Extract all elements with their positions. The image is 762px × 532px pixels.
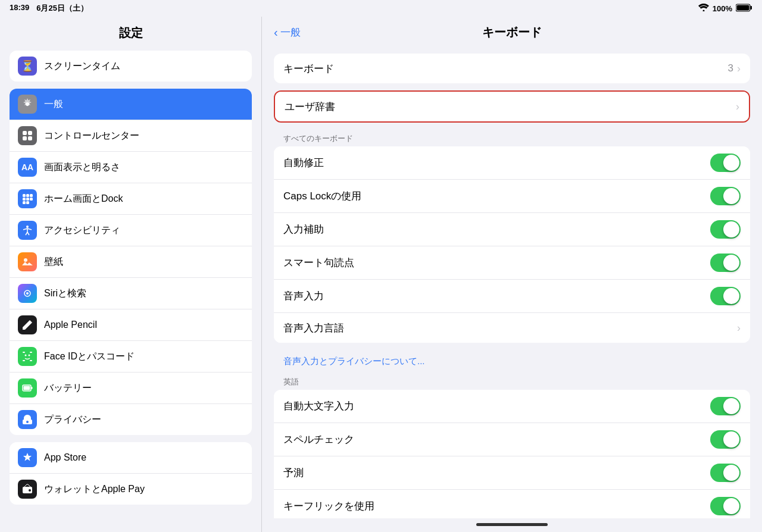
spell-check-label: スペルチェック [283,433,354,446]
sidebar-item-accessibility[interactable]: アクセシビリティ [10,215,252,246]
sidebar-title: 設定 [0,17,261,47]
svg-rect-6 [28,131,32,135]
prediction-toggle[interactable] [710,464,741,482]
sidebar-item-display[interactable]: AA 画面表示と明るさ [10,152,252,183]
face-id-icon [18,347,37,366]
auto-correct-toggle[interactable] [710,154,741,172]
voice-input-toggle[interactable] [710,287,741,305]
auto-correct-label: 自動修正 [283,156,324,170]
sidebar-item-general[interactable]: 一般 [10,89,252,120]
settings-group-keyboard: キーボード 3 › [274,54,750,83]
auto-capitalize-toggle[interactable] [710,397,741,415]
svg-rect-15 [23,201,26,204]
settings-row-keyboard[interactable]: キーボード 3 › [274,54,750,83]
settings-row-auto-capitalize[interactable]: 自動大文字入力 [274,390,750,423]
settings-row-user-dict[interactable]: ユーザ辞書 › [275,92,749,121]
voice-privacy-link[interactable]: 音声入力とプライバシーについて... [274,350,750,373]
sidebar-item-label: バッテリー [44,382,92,395]
settings-row-voice-input[interactable]: 音声入力 [274,280,750,313]
svg-rect-29 [24,386,30,390]
settings-group-all-keyboards: 自動修正 Caps Lockの使用 入力補助 [274,146,750,343]
voice-input-lang-label: 音声入力言語 [283,321,344,335]
content-header: ‹ 一般 キーボード [262,17,762,48]
svg-rect-3 [737,5,749,10]
sidebar-item-screen-time[interactable]: ⏳ スクリーンタイム [10,51,252,82]
scroll-indicator [262,518,762,532]
toggle-knob [723,255,739,271]
settings-group-user-dict: ユーザ辞書 › [274,90,750,123]
settings-row-input-assist[interactable]: 入力補助 [274,213,750,246]
voice-input-label: 音声入力 [283,289,324,303]
sidebar-group-2: 一般 コントロールセンター AA 画面表示と明るさ [10,89,252,435]
caps-lock-toggle[interactable] [710,187,741,205]
settings-row-key-flick[interactable]: キーフリックを使用 [274,490,750,518]
input-assist-label: 入力補助 [283,223,324,236]
toggle-knob [723,398,739,414]
toggle-knob [723,188,739,204]
apple-pencil-icon [18,315,37,334]
settings-row-auto-correct[interactable]: 自動修正 [274,146,750,180]
svg-point-0 [702,10,704,12]
toggle-knob [723,498,739,514]
sidebar-item-privacy[interactable]: プライバシー [10,404,252,435]
sidebar-item-label: 壁紙 [44,256,63,268]
sidebar-group-3: App Store ウォレットとApple Pay [10,442,252,505]
time: 18:39 [10,3,29,14]
toggle-knob [723,155,739,171]
settings-row-voice-input-lang[interactable]: 音声入力言語 › [274,313,750,343]
keyboard-value: 3 › [728,62,741,75]
settings-row-smart-punctuation[interactable]: スマート句読点 [274,246,750,280]
chevron-icon: › [737,62,741,75]
battery-sidebar-icon [18,378,37,398]
sidebar-item-wallpaper[interactable]: 壁紙 [10,246,252,278]
settings-row-prediction[interactable]: 予測 [274,456,750,490]
battery-icon [736,4,752,14]
privacy-icon [18,410,37,429]
wallet-icon [18,480,37,499]
sidebar-item-label: 一般 [44,98,63,111]
status-bar: 18:39 6月25日（土） 100% [0,0,762,17]
sidebar-item-control-center[interactable]: コントロールセンター [10,120,252,152]
sidebar-item-app-store[interactable]: App Store [10,442,252,474]
auto-capitalize-label: 自動大文字入力 [283,399,354,413]
sidebar-item-face-id[interactable]: Face IDとパスコード [10,341,252,373]
svg-rect-7 [23,136,27,140]
svg-rect-24 [30,360,32,361]
svg-point-18 [24,258,27,262]
back-button[interactable]: ‹ 一般 [274,26,301,39]
settings-row-spell-check[interactable]: スペルチェック [274,423,750,456]
svg-rect-21 [23,352,25,353]
toggle-knob [723,288,739,304]
spell-check-toggle[interactable] [710,430,741,449]
wifi-icon [698,4,709,13]
chevron-icon: › [736,101,739,113]
key-flick-label: キーフリックを使用 [283,499,374,513]
settings-row-caps-lock[interactable]: Caps Lockの使用 [274,180,750,213]
sidebar-item-wallet[interactable]: ウォレットとApple Pay [10,474,252,505]
sidebar-item-label: プライバシー [44,414,101,426]
content-panel: ‹ 一般 キーボード キーボード 3 › ユーザ辞書 [262,17,762,532]
sidebar-item-label: ホーム画面とDock [44,193,123,205]
section-all-keyboards: すべてのキーボード [274,130,750,146]
smart-punctuation-toggle[interactable] [710,254,741,272]
sidebar-item-siri[interactable]: Siriと検索 [10,278,252,309]
sidebar: 設定 ⏳ スクリーンタイム 一般 [0,17,262,532]
date: 6月25日（土） [36,3,88,14]
general-icon [18,95,37,114]
prediction-label: 予測 [283,466,304,480]
svg-point-26 [29,355,30,356]
sidebar-item-apple-pencil[interactable]: Apple Pencil [10,309,252,341]
sidebar-item-battery[interactable]: バッテリー [10,373,252,404]
key-flick-toggle[interactable] [710,497,741,515]
sidebar-item-label: アクセシビリティ [44,224,120,237]
svg-rect-9 [23,194,26,197]
screen-time-icon: ⏳ [18,57,37,76]
voice-input-lang-value: › [737,322,741,334]
battery-percentage: 100% [713,4,732,13]
section-english: 英語 [274,373,750,390]
sidebar-item-label: Apple Pencil [44,320,97,330]
input-assist-toggle[interactable] [710,220,741,239]
user-dict-label: ユーザ辞書 [285,100,335,114]
sidebar-item-home-screen[interactable]: ホーム画面とDock [10,183,252,215]
svg-rect-8 [28,136,32,140]
